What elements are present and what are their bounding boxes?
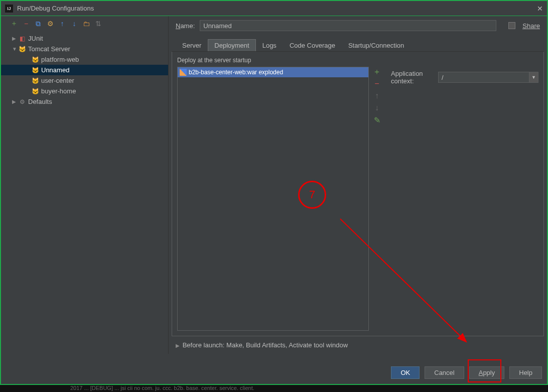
chevron-right-icon: ▶ <box>176 343 181 348</box>
deploy-section-label: Deploy at the server startup <box>177 57 538 64</box>
app-icon: IJ <box>5 5 13 13</box>
dialog-window: IJ Run/Debug Configurations ✕ ＋ − ⧉ ⚙ ↑ … <box>0 0 548 385</box>
remove-icon[interactable]: − <box>22 20 30 28</box>
deploy-buttons: ＋ − ↑ ↓ ✎ <box>373 67 381 331</box>
tab-bar: Server Deployment Logs Code Coverage Sta… <box>172 39 544 52</box>
status-bar: 2017 ... [DEBUG] ... jsi cii no com. ju.… <box>0 385 548 392</box>
context-label: Application context: <box>391 70 435 85</box>
tree-label: user-center <box>41 77 74 84</box>
tree-item[interactable]: 🐱 user-center <box>1 75 168 86</box>
tree-node-tomcat[interactable]: ▼ 🐱 Tomcat Server <box>1 44 168 54</box>
title-bar[interactable]: IJ Run/Debug Configurations ✕ <box>1 1 547 16</box>
tree-label: platform-web <box>41 56 79 63</box>
share-link[interactable]: Share <box>522 22 540 30</box>
before-launch-label: Before launch: Make, Build Artifacts, Ac… <box>183 341 348 349</box>
tomcat-icon: 🐱 <box>31 77 39 85</box>
add-artifact-icon[interactable]: ＋ <box>373 68 381 76</box>
cancel-button[interactable]: Cancel <box>425 366 464 379</box>
tree-label: Defaults <box>28 98 52 105</box>
name-input[interactable] <box>200 20 496 31</box>
chevron-right-icon: ▶ <box>12 36 18 41</box>
deploy-artifact-item[interactable]: b2b-base-center-web:war exploded <box>178 67 368 77</box>
artifact-up-icon[interactable]: ↑ <box>373 92 381 100</box>
chevron-right-icon: ▶ <box>12 99 18 104</box>
chevron-down-icon[interactable]: ▼ <box>529 72 538 83</box>
artifact-label: b2b-base-center-web:war exploded <box>189 69 283 76</box>
junit-icon: ◧ <box>18 35 26 43</box>
sort-icon[interactable]: ⇅ <box>94 20 102 28</box>
tomcat-icon: 🐱 <box>18 45 26 53</box>
close-icon[interactable]: ✕ <box>537 5 543 13</box>
name-label: Name: <box>176 22 195 30</box>
tomcat-icon: 🐱 <box>31 87 39 95</box>
tree-label: buyer-home <box>41 87 76 95</box>
tab-code-coverage[interactable]: Code Coverage <box>283 39 342 51</box>
before-launch-section[interactable]: ▶ Before launch: Make, Build Artifacts, … <box>172 336 544 354</box>
tab-startup-connection[interactable]: Startup/Connection <box>342 39 410 51</box>
tree-item[interactable]: 🐱 buyer-home <box>1 86 168 96</box>
deploy-row: b2b-base-center-web:war exploded ＋ − ↑ ↓… <box>177 67 538 331</box>
copy-icon[interactable]: ⧉ <box>34 20 42 28</box>
move-down-icon[interactable]: ↓ <box>70 20 78 28</box>
left-panel: ＋ − ⧉ ⚙ ↑ ↓ 🗀 ⇅ ▶ ◧ JUnit ▼ 🐱 Tomcat Ser <box>1 16 169 354</box>
help-button[interactable]: Help <box>509 366 542 379</box>
deploy-artifact-list[interactable]: b2b-base-center-web:war exploded <box>177 67 369 331</box>
share-checkbox[interactable] <box>508 22 515 29</box>
name-row: Name: Share <box>172 18 544 33</box>
deployment-panel: Deploy at the server startup b2b-base-ce… <box>172 52 544 336</box>
tree-item-selected[interactable]: 🐱 Unnamed <box>1 65 168 75</box>
tree-node-defaults[interactable]: ▶ ⚙ Defaults <box>1 96 168 107</box>
move-up-icon[interactable]: ↑ <box>58 20 66 28</box>
artifact-icon <box>180 69 187 76</box>
wrench-icon[interactable]: ⚙ <box>46 20 54 28</box>
tree-item[interactable]: 🐱 platform-web <box>1 54 168 65</box>
folder-icon[interactable]: 🗀 <box>82 20 90 28</box>
remove-artifact-icon[interactable]: − <box>373 80 381 88</box>
add-icon[interactable]: ＋ <box>10 20 18 28</box>
tree-node-junit[interactable]: ▶ ◧ JUnit <box>1 33 168 44</box>
edit-artifact-icon[interactable]: ✎ <box>373 116 381 124</box>
config-toolbar: ＋ − ⧉ ⚙ ↑ ↓ 🗀 ⇅ <box>1 16 168 31</box>
tab-deployment[interactable]: Deployment <box>208 39 255 51</box>
ok-button[interactable]: OK <box>391 366 420 379</box>
chevron-down-icon: ▼ <box>12 46 18 52</box>
dialog-body: ＋ − ⧉ ⚙ ↑ ↓ 🗀 ⇅ ▶ ◧ JUnit ▼ 🐱 Tomcat Ser <box>1 16 547 354</box>
context-row: Application context: ▼ <box>391 70 538 85</box>
config-tree: ▶ ◧ JUnit ▼ 🐱 Tomcat Server 🐱 platform-w… <box>1 31 168 354</box>
tree-label: JUnit <box>28 35 43 42</box>
context-combo: ▼ <box>438 72 538 83</box>
tree-label: Tomcat Server <box>28 45 70 53</box>
artifact-down-icon[interactable]: ↓ <box>373 104 381 112</box>
tomcat-icon: 🐱 <box>31 66 39 74</box>
tomcat-icon: 🐱 <box>31 56 39 64</box>
tree-label: Unnamed <box>41 66 69 74</box>
dialog-footer: OK Cancel Apply Help <box>391 366 542 379</box>
gear-icon: ⚙ <box>18 98 26 106</box>
context-input[interactable] <box>438 72 529 83</box>
tab-server[interactable]: Server <box>176 39 208 51</box>
apply-button[interactable]: Apply <box>469 366 505 379</box>
right-panel: Name: Share Server Deployment Logs Code … <box>169 16 547 354</box>
window-title: Run/Debug Configurations <box>17 5 537 12</box>
deploy-context-panel: Application context: ▼ <box>385 67 538 331</box>
tab-logs[interactable]: Logs <box>256 39 283 51</box>
